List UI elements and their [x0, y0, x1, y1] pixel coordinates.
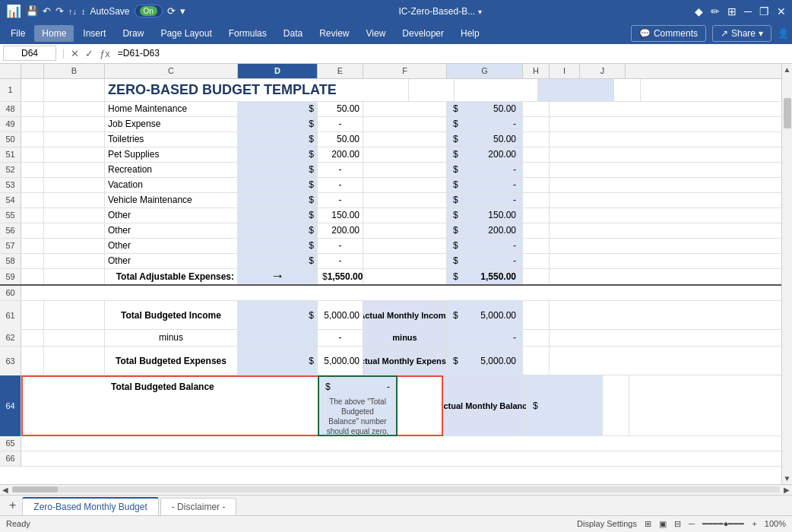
col-header-e[interactable]: E [318, 64, 363, 78]
pen-icon[interactable]: ✏ [711, 5, 720, 17]
cell-a57[interactable] [21, 239, 44, 253]
cell-e51[interactable]: 200.00 [318, 147, 363, 162]
cell-c56[interactable]: Other [105, 223, 238, 238]
cell-a63[interactable] [21, 347, 44, 375]
redo-icon[interactable]: ↷ [55, 5, 64, 17]
menu-formulas[interactable]: Formulas [221, 25, 274, 42]
col-header-g[interactable]: G [447, 64, 523, 78]
cell-title[interactable]: ZERO-BASED BUDGET TEMPLATE [105, 79, 409, 101]
diamond-icon[interactable]: ◆ [695, 5, 703, 17]
cell-h64[interactable] [603, 375, 629, 436]
formula-input[interactable] [118, 46, 789, 61]
col-header-d[interactable]: D [238, 64, 318, 78]
cell-f49[interactable] [363, 117, 447, 131]
cell-e54[interactable]: - [318, 193, 363, 207]
col-header-a[interactable] [21, 64, 44, 78]
cell-b56[interactable] [44, 223, 105, 238]
cell-f48[interactable] [363, 102, 447, 116]
sort-asc-icon[interactable]: ↑↓ [68, 7, 77, 16]
cell-d51[interactable]: $ [238, 147, 318, 162]
cell-b52[interactable] [44, 163, 105, 177]
cell-d55[interactable]: $ [238, 208, 318, 223]
cell-h58[interactable] [523, 254, 550, 268]
cell-g61[interactable]: $ 5,000.00 [447, 301, 523, 330]
refresh-icon[interactable]: ⟳ [167, 5, 176, 17]
cell-f50[interactable] [363, 132, 447, 147]
cell-h57[interactable] [523, 239, 550, 253]
cell-d54[interactable]: $ [238, 193, 318, 207]
cell-g62[interactable]: - [447, 330, 523, 346]
cell-a48[interactable] [21, 102, 44, 116]
cell-g1[interactable] [538, 79, 614, 101]
cell-a59[interactable] [21, 269, 44, 284]
cell-h61[interactable] [523, 301, 550, 330]
cell-g63[interactable]: $ 5,000.00 [447, 347, 523, 375]
cell-66-empty[interactable] [21, 451, 792, 466]
cell-h56[interactable] [523, 223, 550, 238]
cell-f63[interactable]: Actual Monthly Expenses [363, 347, 447, 375]
cell-b61[interactable] [44, 301, 105, 330]
cell-b63[interactable] [44, 347, 105, 375]
undo-icon[interactable]: ↶ [43, 5, 51, 17]
cell-e64[interactable] [398, 375, 443, 436]
cell-b64[interactable] [44, 375, 105, 436]
cell-60-empty[interactable] [21, 286, 792, 300]
cell-a1[interactable] [21, 79, 44, 101]
profile-icon[interactable]: 👤 [778, 28, 789, 39]
cell-c63[interactable]: Total Budgeted Expenses [105, 347, 238, 375]
col-header-i[interactable]: I [550, 64, 580, 78]
cell-e58[interactable]: - [318, 254, 363, 268]
more-icon[interactable]: ▾ [180, 5, 185, 17]
scroll-down-btn[interactable]: ▼ [782, 473, 792, 484]
cell-f1[interactable] [455, 79, 538, 101]
cell-h50[interactable] [523, 132, 550, 147]
zoom-slider[interactable]: ━━━━●━━━ [702, 519, 745, 529]
cell-e63[interactable]: 5,000.00 [318, 347, 363, 375]
cell-f58[interactable] [363, 254, 447, 268]
cell-reference-box[interactable] [3, 46, 56, 61]
cell-f54[interactable] [363, 193, 447, 207]
cell-d49[interactable]: $ [238, 117, 318, 131]
cell-h62[interactable] [523, 330, 550, 346]
cell-g52[interactable]: $ - [447, 163, 523, 177]
cell-a54[interactable] [21, 193, 44, 207]
restore-btn[interactable]: ❐ [759, 5, 769, 17]
cell-e62[interactable]: - [318, 330, 363, 346]
cell-d57[interactable]: $ [238, 239, 318, 253]
cell-g55[interactable]: $ 150.00 [447, 208, 523, 223]
share-btn[interactable]: ↗ Share ▾ [712, 25, 771, 42]
cell-e53[interactable]: - [318, 178, 363, 192]
cell-b53[interactable] [44, 178, 105, 192]
comments-btn[interactable]: 💬 Comments [631, 25, 706, 42]
cell-h49[interactable] [523, 117, 550, 131]
cell-e50[interactable]: 50.00 [318, 132, 363, 147]
cell-c55[interactable]: Other [105, 208, 238, 223]
cell-g48[interactable]: $ 50.00 [447, 102, 523, 116]
menu-view[interactable]: View [359, 25, 394, 42]
cell-c58[interactable]: Other [105, 254, 238, 268]
cell-c61[interactable]: Total Budgeted Income [105, 301, 238, 330]
scroll-up-btn[interactable]: ▲ [782, 64, 792, 75]
cell-h52[interactable] [523, 163, 550, 177]
hscroll-thumb[interactable] [12, 486, 58, 492]
cell-a64[interactable] [21, 375, 44, 436]
cell-c49[interactable]: Job Expense [105, 117, 238, 131]
cell-a61[interactable] [21, 301, 44, 330]
cell-g56[interactable]: $ 200.00 [447, 223, 523, 238]
cell-g54[interactable]: $ - [447, 193, 523, 207]
cell-f59[interactable] [363, 269, 447, 284]
dropdown-icon[interactable]: ▾ [478, 8, 482, 16]
cell-c52[interactable]: Recreation [105, 163, 238, 177]
cell-d64[interactable]: $ - The above "Total Budgeted Balance" n… [318, 375, 398, 436]
zoom-out-icon[interactable]: ─ [689, 519, 695, 528]
cell-c53[interactable]: Vacation [105, 178, 238, 192]
cell-f56[interactable] [363, 223, 447, 238]
cell-b1[interactable] [44, 79, 105, 101]
cell-g58[interactable]: $ - [447, 254, 523, 268]
cell-d61[interactable]: $ [238, 301, 318, 330]
col-header-j[interactable]: J [580, 64, 626, 78]
col-header-h[interactable]: H [523, 64, 550, 78]
cell-e48[interactable]: 50.00 [318, 102, 363, 116]
cell-a58[interactable] [21, 254, 44, 268]
cancel-icon[interactable]: ✕ [71, 48, 79, 59]
